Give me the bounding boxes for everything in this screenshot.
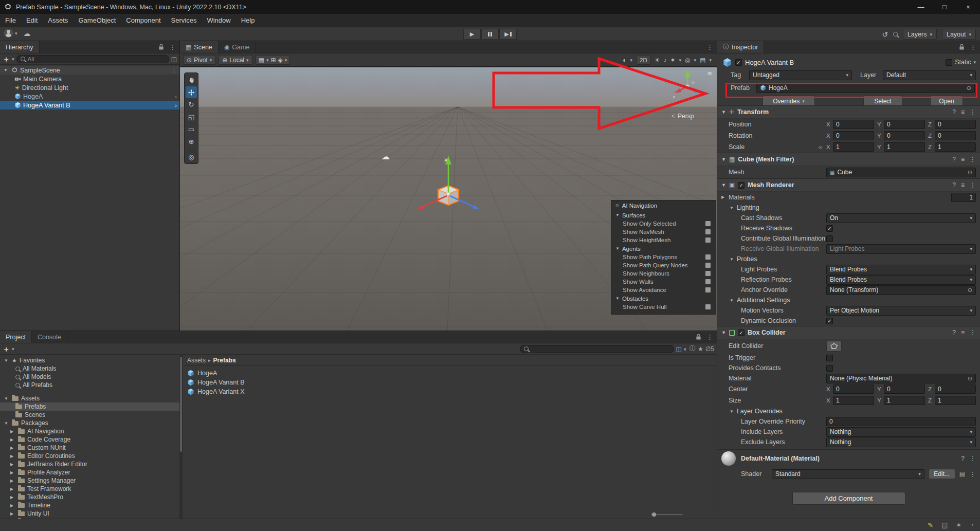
prefab-open-chevron-icon[interactable]: › bbox=[175, 94, 177, 100]
undo-history-icon[interactable]: ↺ bbox=[882, 30, 888, 39]
tree-item-main-camera[interactable]: Main Camera bbox=[0, 75, 179, 83]
overlay-menu-icon[interactable]: ≡ bbox=[707, 69, 712, 78]
tree-package[interactable]: ▶Code Coverage bbox=[0, 435, 179, 444]
receive-shadows-checkbox[interactable]: ✓ bbox=[826, 225, 833, 232]
nav-option[interactable]: Show Path Polygons bbox=[611, 253, 716, 261]
foldout-icon[interactable]: ▶ bbox=[10, 446, 15, 450]
asset-item-hogea-variant-b[interactable]: HogeA Variant B bbox=[183, 378, 717, 387]
link-scale-icon[interactable]: ∞ bbox=[815, 144, 826, 150]
scale-tool-button[interactable]: ◱ bbox=[186, 111, 197, 123]
tree-package[interactable]: ▶Editor Coroutines bbox=[0, 452, 179, 460]
prefab-object-field[interactable]: HogeA ⊙ bbox=[756, 83, 975, 93]
position-x-field[interactable]: 0 bbox=[833, 120, 874, 129]
edit-collider-button[interactable] bbox=[826, 341, 842, 352]
transform-tool-button[interactable]: ⊕ bbox=[186, 136, 197, 148]
foldout-icon[interactable]: ▶ bbox=[721, 195, 729, 199]
effects-icon[interactable]: ✶ bbox=[670, 57, 676, 64]
probes-foldout[interactable]: ▼Probes bbox=[717, 254, 980, 264]
provides-contacts-checkbox[interactable] bbox=[826, 365, 833, 372]
tree-assets[interactable]: ▼Assets bbox=[0, 394, 179, 402]
tree-favorites[interactable]: ▼★Favorites bbox=[0, 356, 179, 364]
status-brush-icon[interactable]: ✎ bbox=[928, 521, 933, 529]
physic-material-field[interactable]: None (Physic Material)⊙ bbox=[826, 374, 976, 383]
panel-menu-icon[interactable]: ⋮ bbox=[966, 41, 980, 53]
reflection-probes-dropdown[interactable]: Blend Probes▾ bbox=[826, 275, 976, 285]
help-icon[interactable]: ? bbox=[952, 181, 956, 189]
scene-audio-icon[interactable]: ♪ bbox=[664, 57, 667, 64]
prefab-open-chevron-icon[interactable]: › bbox=[175, 102, 177, 108]
tag-dropdown[interactable]: Untagged▾ bbox=[749, 70, 852, 80]
cloud-services-icon[interactable]: ☁ bbox=[24, 29, 31, 38]
panel-menu-icon[interactable]: ⋮ bbox=[703, 331, 717, 343]
position-z-field[interactable]: 0 bbox=[935, 120, 976, 129]
overlay-handle-icon[interactable]: ≡ bbox=[615, 203, 619, 209]
rotation-z-field[interactable]: 0 bbox=[935, 131, 976, 140]
scrollbar-thumb[interactable] bbox=[180, 357, 182, 452]
hierarchy-search-input[interactable]: All bbox=[16, 55, 169, 63]
tree-item-scene[interactable]: ▼ SampleScene ⋮ bbox=[0, 66, 179, 75]
favorite-search-icon[interactable]: ★ bbox=[698, 345, 703, 353]
tree-item-directional-light[interactable]: ☀ Directional Light bbox=[0, 83, 179, 92]
foldout-icon[interactable]: ▶ bbox=[10, 437, 15, 442]
help-icon[interactable]: ? bbox=[952, 108, 956, 116]
scene-canvas[interactable]: ☁ ☀ ↻ bbox=[180, 67, 717, 331]
component-menu-icon[interactable]: ⋮ bbox=[970, 455, 976, 462]
tree-package[interactable]: ▶Timeline bbox=[0, 501, 179, 509]
presets-icon[interactable]: ≡ bbox=[961, 181, 965, 189]
scene-options-icon[interactable]: ⋮ bbox=[171, 67, 177, 74]
nav-option[interactable]: Show Walls bbox=[611, 278, 716, 286]
materials-row[interactable]: ▶ Materials 1 bbox=[717, 192, 980, 203]
menu-item-assets[interactable]: Assets bbox=[43, 14, 73, 27]
lighting-foldout[interactable]: ▼Lighting bbox=[717, 203, 980, 213]
nav-option[interactable]: Show HeightMesh bbox=[611, 236, 716, 244]
tree-folder-prefabs[interactable]: Prefabs bbox=[0, 402, 179, 411]
component-menu-icon[interactable]: ⋮ bbox=[970, 181, 976, 189]
component-enabled-checkbox[interactable]: ✓ bbox=[738, 329, 745, 336]
breadcrumb-root[interactable]: Assets bbox=[187, 357, 206, 364]
pause-button[interactable] bbox=[481, 29, 499, 40]
layer-overrides-foldout[interactable]: ▼Layer Overrides bbox=[717, 406, 980, 416]
tool-handle-position-dropdown[interactable]: ⊙Pivot▾ bbox=[183, 55, 215, 65]
rotation-y-field[interactable]: 0 bbox=[884, 131, 925, 140]
foldout-icon[interactable]: ▶ bbox=[10, 479, 15, 483]
nav-section-obstacles[interactable]: ▼Obstacles bbox=[611, 294, 716, 303]
foldout-icon[interactable]: ▶ bbox=[10, 470, 15, 475]
center-x-field[interactable]: 0 bbox=[833, 384, 874, 394]
object-picker-icon[interactable]: ⊙ bbox=[968, 375, 972, 382]
checkbox-icon[interactable] bbox=[705, 263, 711, 268]
asset-item-hogea-variant-x[interactable]: HogeA Variant X bbox=[183, 387, 717, 396]
layer-dropdown[interactable]: Default▾ bbox=[883, 70, 976, 80]
close-button[interactable]: × bbox=[956, 0, 980, 14]
shading-mode-icon[interactable]: ◐ bbox=[623, 57, 626, 64]
tab-project[interactable]: Project bbox=[0, 331, 32, 343]
add-asset-button[interactable]: ＋ bbox=[3, 344, 10, 354]
nav-option[interactable]: Show Path Query Nodes bbox=[611, 261, 716, 269]
layer-override-priority-field[interactable]: 0 bbox=[826, 417, 976, 426]
tree-package[interactable]: ▶Unity UI bbox=[0, 509, 179, 518]
checkbox-icon[interactable] bbox=[705, 229, 711, 234]
tab-scene[interactable]: ▦Scene bbox=[180, 41, 219, 53]
view-hand-tool-button[interactable] bbox=[186, 74, 197, 86]
help-icon[interactable]: ? bbox=[952, 329, 956, 336]
material-menu-icon[interactable]: ⋮ bbox=[969, 470, 976, 478]
nav-section-surfaces[interactable]: ▼Surfaces bbox=[611, 211, 716, 219]
step-button[interactable]: ▶ bbox=[499, 29, 517, 40]
project-search-input[interactable] bbox=[520, 345, 674, 353]
checkbox-icon[interactable] bbox=[705, 271, 711, 276]
nav-option[interactable]: Show NavMesh bbox=[611, 228, 716, 236]
presets-icon[interactable]: ≡ bbox=[961, 329, 965, 336]
center-y-field[interactable]: 0 bbox=[884, 384, 925, 394]
material-preview-sphere[interactable] bbox=[721, 451, 736, 466]
panel-menu-icon[interactable]: ⋮ bbox=[166, 41, 179, 53]
transform-header[interactable]: ▼ ✛ Transform ?≡⋮ bbox=[717, 105, 980, 119]
size-y-field[interactable]: 1 bbox=[884, 396, 925, 405]
status-progress-icon[interactable]: ◔ bbox=[970, 521, 974, 529]
maximize-button[interactable]: □ bbox=[933, 0, 956, 14]
presets-icon[interactable]: ≡ bbox=[961, 108, 965, 116]
contribute-gi-checkbox[interactable] bbox=[826, 235, 833, 242]
foldout-icon[interactable]: ▼ bbox=[721, 182, 726, 188]
checkbox-icon[interactable] bbox=[705, 221, 711, 226]
tree-item-hogea-variant-b[interactable]: HogeA Variant B › bbox=[0, 101, 179, 109]
nav-option[interactable]: Show Neighbours bbox=[611, 269, 716, 278]
add-object-button[interactable]: ＋ bbox=[3, 54, 10, 64]
